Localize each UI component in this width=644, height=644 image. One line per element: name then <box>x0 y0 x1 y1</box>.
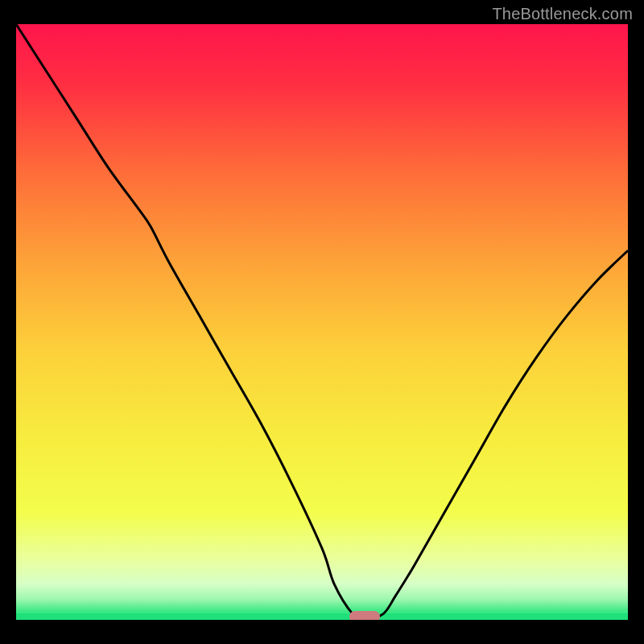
bottleneck-curve <box>16 24 628 620</box>
watermark-text: TheBottleneck.com <box>492 5 633 23</box>
plot-area <box>16 24 628 620</box>
chart-stage: TheBottleneck.com <box>0 0 644 644</box>
curve-path <box>16 24 628 620</box>
minimum-marker <box>349 611 380 620</box>
